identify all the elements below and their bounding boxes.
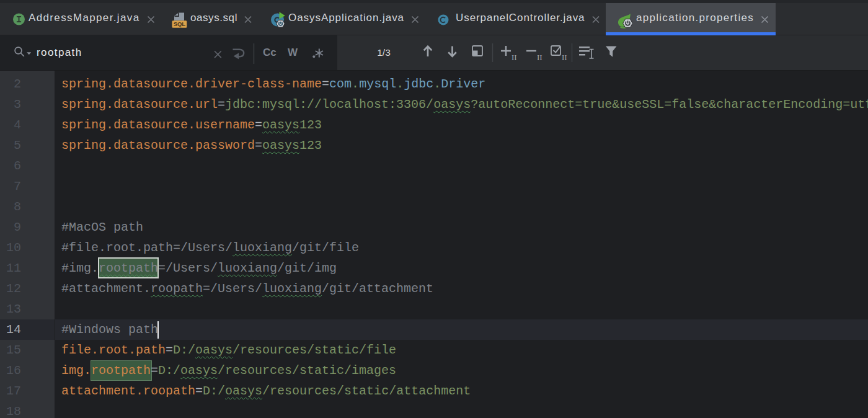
svg-text:II: II [537, 53, 542, 62]
svg-text:II: II [562, 53, 567, 62]
svg-text:SQL: SQL [174, 20, 186, 27]
svg-text:II: II [512, 53, 517, 62]
